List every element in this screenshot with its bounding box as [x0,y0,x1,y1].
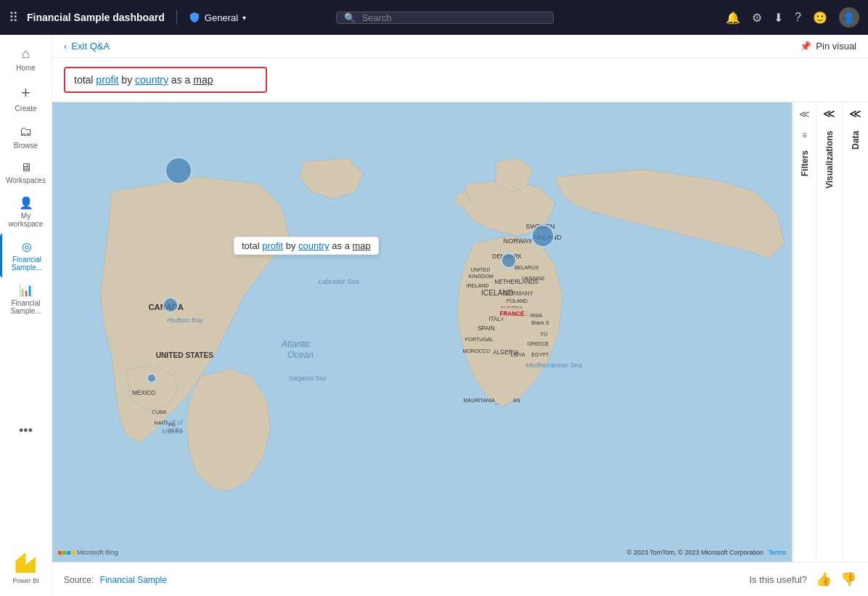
filters-panel-label[interactable]: Filters [797,144,813,182]
search-box[interactable]: 🔍 [336,12,554,24]
pin-visual-label: Pin visual [816,41,856,52]
query-text-total: total [74,74,96,86]
terms-link[interactable]: Terms [769,549,787,556]
qa-query-box[interactable]: total profit by country as a map [64,67,267,93]
sidebar-item-financial-sample2[interactable]: 📊 Financial Sample... [0,277,52,321]
svg-text:SPAIN: SPAIN [478,325,495,332]
thumbs-down-button[interactable]: 👎 [840,571,856,587]
map-and-panels: CANADA UNITED STATES MEXICO CUBA HAITI P… [52,102,868,562]
svg-text:Ocean: Ocean [287,350,314,360]
filters-panel: ≪ ≡ Filters [793,102,816,562]
workspaces-icon: 🖥 [20,161,32,174]
sidebar-label-financial-sample: Financial Sample... [5,256,49,272]
search-icon: 🔍 [344,12,356,23]
search-input[interactable] [361,12,546,23]
workspace-selector[interactable]: General ▾ [189,12,246,23]
svg-text:UNITED: UNITED [471,267,491,273]
bubble-france[interactable] [501,253,517,269]
svg-text:EGYPT: EGYPT [531,352,549,358]
svg-text:GERMANY: GERMANY [504,290,534,297]
viz-collapse-button[interactable]: ≪ [822,102,837,125]
bubble-germany[interactable] [531,224,554,248]
query-text-as-a: as a [168,74,193,86]
qa-header: ‹ Exit Q&A 📌 Pin visual [52,35,868,58]
svg-text:UNITED STATES: UNITED STATES [156,351,214,359]
map-copyright: © 2023 TomTom, © 2023 Microsoft Corporat… [627,549,786,556]
svg-text:MOROCCO: MOROCCO [463,348,491,354]
query-text-profit: profit [96,74,118,86]
qa-input-area: total profit by country as a map [52,58,868,102]
svg-text:PORTUGAL: PORTUGAL [465,337,494,343]
svg-text:GREECE: GREECE [527,341,549,347]
filters-collapse-button[interactable]: ≪ [793,102,816,126]
sidebar-item-more[interactable]: ••• [0,417,52,444]
source-link[interactable]: Financial Sample [100,575,167,585]
sidebar-item-create[interactable]: + Create [0,78,52,118]
notifications-icon[interactable]: 🔔 [726,11,740,25]
financial-sample-icon: ◎ [22,240,32,253]
bing-label: Microsoft Bing [77,549,118,556]
svg-text:Hudson Bay: Hudson Bay [167,317,204,324]
qa-footer: Source: Financial Sample Is this useful?… [52,562,868,596]
sidebar-item-home[interactable]: ⌂ Home [0,41,52,78]
back-arrow-icon: ‹ [64,41,67,52]
bubble-usa[interactable] [163,297,179,313]
useful-area: Is this useful? 👍 👎 [750,571,857,587]
thumbs-up-button[interactable]: 👍 [816,571,832,587]
exit-qa-button[interactable]: ‹ Exit Q&A [64,41,110,52]
pin-icon: 📌 [800,41,811,52]
filter-lines-icon: ≡ [802,130,807,140]
data-collapse-button[interactable]: ≪ [848,102,863,125]
svg-text:KINGDOM: KINGDOM [469,274,494,279]
apps-grid-icon[interactable]: ⠿ [9,9,18,25]
query-text-map: map [193,74,213,86]
settings-icon[interactable]: ⚙ [752,11,762,25]
app-title: Financial Sample dashboard [27,12,165,23]
topbar: ⠿ Financial Sample dashboard General ▾ 🔍… [0,0,868,35]
query-text-country: country [135,74,168,86]
svg-text:Black S: Black S [531,320,549,326]
sidebar-item-my-workspace[interactable]: 👤 My workspace [0,190,52,234]
svg-text:UKRAINE: UKRAINE [522,276,545,282]
filters-icon-area: ≡ [799,126,810,144]
svg-text:NORWAY: NORWAY [504,237,533,245]
world-map-svg: CANADA UNITED STATES MEXICO CUBA HAITI P… [52,102,792,562]
svg-text:Atlantic: Atlantic [281,339,311,349]
svg-text:IRELAND: IRELAND [467,283,489,289]
svg-text:FRANCE: FRANCE [499,311,524,317]
feedback-icon[interactable]: 🙂 [813,11,827,25]
pin-visual-button[interactable]: 📌 Pin visual [800,41,856,52]
svg-text:Mediterranean Sea: Mediterranean Sea [525,362,582,369]
my-workspace-icon: 👤 [19,196,33,210]
user-avatar[interactable]: 👤 [839,7,859,28]
svg-text:Gulf of: Gulf of [163,419,184,426]
sidebar-label-browse: Browse [14,142,38,150]
bubble-mexico[interactable] [147,373,157,383]
svg-text:TÜ: TÜ [541,332,548,338]
bing-logo: Microsoft Bing [58,549,118,556]
visualizations-panel: ≪ Visualizations [816,102,842,562]
copyright-text: © 2023 TomTom, © 2023 Microsoft Corporat… [627,549,763,556]
sidebar: ⌂ Home + Create 🗂 Browse 🖥 Workspaces 👤 … [0,35,52,596]
financial-bar-icon: 📊 [19,283,33,297]
svg-text:BELARUS: BELARUS [515,265,539,271]
help-icon[interactable]: ? [795,11,801,24]
chevron-down-icon: ▾ [242,14,246,22]
map-container[interactable]: CANADA UNITED STATES MEXICO CUBA HAITI P… [52,102,792,562]
download-icon[interactable]: ⬇ [774,11,783,25]
topbar-actions: 🔔 ⚙ ⬇ ? 🙂 👤 [726,7,859,28]
data-panel-label[interactable]: Data [848,125,864,155]
sidebar-item-workspaces[interactable]: 🖥 Workspaces [0,155,52,190]
svg-text:Labrador Sea: Labrador Sea [319,278,359,285]
sidebar-item-browse[interactable]: 🗂 Browse [0,118,52,155]
bubble-canada[interactable] [165,157,192,184]
create-icon: + [21,83,30,102]
query-text-by: by [118,74,135,86]
workspace-label: General [205,12,238,23]
sidebar-item-financial-sample[interactable]: ◎ Financial Sample... [0,234,52,277]
svg-text:AN: AN [513,398,520,404]
useful-label: Is this useful? [750,574,808,585]
visualizations-panel-label[interactable]: Visualizations [822,125,838,195]
svg-text:LIBYA: LIBYA [511,352,525,358]
sidebar-label-my-workspace: My workspace [3,212,49,228]
